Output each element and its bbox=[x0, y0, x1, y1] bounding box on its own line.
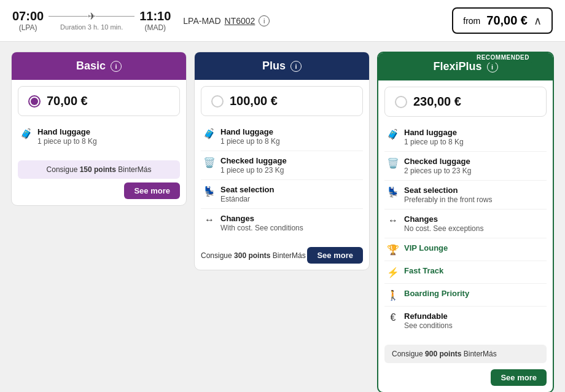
fast-track-icon: ⚡ bbox=[387, 267, 399, 278]
flexi-boarding-priority: 🚶 Boarding Priority bbox=[384, 284, 547, 307]
hand-luggage-icon: 🧳 bbox=[20, 128, 33, 139]
flight-info-icon[interactable]: i bbox=[259, 15, 270, 26]
flexi-seat-icon: 💺 bbox=[387, 186, 399, 198]
basic-points-label: Consigue bbox=[47, 165, 78, 174]
plus-seat-icon: 💺 bbox=[203, 186, 216, 197]
basic-see-more-container: See more bbox=[12, 182, 186, 205]
basic-see-more-button[interactable]: See more bbox=[124, 182, 180, 199]
departure-airport: (LPA) bbox=[12, 23, 44, 32]
flexi-seat-name: Seat selection bbox=[404, 186, 492, 195]
refundable-detail: See conditions bbox=[404, 321, 453, 330]
plus-header: Plus i bbox=[195, 52, 369, 80]
basic-radio[interactable] bbox=[28, 95, 41, 108]
plus-hand-luggage-detail: 1 piece up to 8 Kg bbox=[220, 137, 280, 146]
basic-price: 70,00 € bbox=[47, 94, 88, 108]
arrival-time: 11:10 bbox=[139, 9, 171, 23]
duration-label: Duration 3 h. 10 min. bbox=[60, 23, 123, 31]
flexi-hand-luggage-detail: 1 piece up to 8 Kg bbox=[404, 138, 464, 146]
flight-arrow: ✈ Duration 3 h. 10 min. bbox=[49, 10, 134, 31]
plus-hand-luggage: 🧳 Hand luggage 1 piece up to 8 Kg bbox=[201, 122, 363, 151]
flexi-seat-selection: 💺 Seat selection Preferably in the front… bbox=[384, 181, 547, 210]
plus-price: 100,00 € bbox=[230, 94, 278, 108]
basic-features: 🧳 Hand luggage 1 piece up to 8 Kg bbox=[12, 122, 186, 157]
flexi-see-more-container: See more bbox=[378, 367, 553, 392]
flexi-points-label: Consigue bbox=[392, 350, 423, 358]
plus-info-icon[interactable]: i bbox=[290, 61, 302, 72]
departure-block: 07:00 (LPA) bbox=[12, 9, 44, 32]
boarding-priority-icon: 🚶 bbox=[387, 289, 399, 301]
hand-luggage-name: Hand luggage bbox=[37, 127, 97, 136]
plus-features: 🧳 Hand luggage 1 piece up to 8 Kg 🗑️ Che… bbox=[195, 122, 369, 243]
plus-changes-icon: ↔ bbox=[203, 214, 216, 225]
hand-luggage-text: Hand luggage 1 piece up to 8 Kg bbox=[37, 127, 97, 146]
flexi-hand-luggage-text: Hand luggage 1 piece up to 8 Kg bbox=[404, 128, 464, 146]
flexi-see-more-button[interactable]: See more bbox=[491, 369, 547, 386]
hand-luggage-detail: 1 piece up to 8 Kg bbox=[37, 137, 97, 146]
vip-lounge-text: VIP Lounge bbox=[404, 243, 448, 253]
flexiplus-price: 230,00 € bbox=[413, 95, 461, 109]
arrow-line: ✈ bbox=[49, 10, 134, 22]
basic-points-bar: Consigue 150 points BinterMás bbox=[18, 160, 180, 179]
flexi-fast-track: ⚡ Fast Track bbox=[384, 261, 547, 284]
departure-time: 07:00 bbox=[12, 9, 44, 23]
basic-points-brand: BinterMás bbox=[118, 165, 151, 174]
flexiplus-info-icon[interactable]: i bbox=[487, 61, 498, 73]
plus-radio[interactable] bbox=[211, 95, 224, 108]
price-badge[interactable]: from 70,00 € ∧ bbox=[452, 7, 553, 34]
plus-hand-luggage-name: Hand luggage bbox=[220, 127, 280, 136]
flexiplus-price-area[interactable]: 230,00 € bbox=[384, 87, 547, 117]
route-text: LPA-MAD bbox=[183, 16, 220, 26]
plus-price-area[interactable]: 100,00 € bbox=[201, 86, 363, 116]
plus-seat-name: Seat selection bbox=[220, 185, 274, 194]
from-label: from bbox=[463, 16, 480, 26]
flexi-hand-luggage: 🧳 Hand luggage 1 piece up to 8 Kg bbox=[384, 123, 547, 152]
plus-checked-luggage: 🗑️ Checked luggage 1 piece up to 23 Kg bbox=[201, 151, 363, 180]
flexiplus-features: 🧳 Hand luggage 1 piece up to 8 Kg 🗑️ Che… bbox=[378, 123, 553, 341]
arrival-block: 11:10 (MAD) bbox=[139, 9, 171, 32]
fast-track-text: Fast Track bbox=[404, 266, 443, 275]
flexi-points-text: Consigue 900 points BinterMás bbox=[392, 350, 497, 358]
plus-checked-luggage-detail: 1 piece up to 23 Kg bbox=[220, 166, 284, 174]
top-bar: 07:00 (LPA) ✈ Duration 3 h. 10 min. 11:1… bbox=[0, 0, 565, 42]
basic-price-area[interactable]: 70,00 € bbox=[18, 86, 180, 116]
basic-header: Basic i bbox=[12, 52, 186, 80]
flexi-refundable: € Refundable See conditions bbox=[384, 307, 547, 335]
cards-area: Basic i 70,00 € 🧳 Hand luggage 1 piece u… bbox=[0, 42, 565, 392]
plus-points-label: Consigue bbox=[201, 251, 232, 260]
flexi-changes-icon: ↔ bbox=[387, 215, 399, 226]
plus-seat-detail: Estándar bbox=[220, 195, 250, 203]
plus-seat-selection: 💺 Seat selection Estándar bbox=[201, 180, 363, 209]
flexi-checked-luggage-icon: 🗑️ bbox=[387, 157, 399, 169]
flexi-points-row: Consigue 900 points BinterMás bbox=[384, 345, 547, 363]
plus-points-text: Consigue 300 points BinterMás bbox=[201, 251, 306, 260]
basic-info-icon[interactable]: i bbox=[111, 61, 122, 72]
flight-number[interactable]: NT6002 bbox=[225, 16, 255, 26]
flexi-points-value: 900 points bbox=[425, 350, 461, 358]
flexi-seat-text: Seat selection Preferably in the front r… bbox=[404, 186, 492, 204]
plus-see-more-button[interactable]: See more bbox=[307, 247, 363, 264]
flexi-points-brand: BinterMás bbox=[464, 350, 497, 358]
boarding-priority-text: Boarding Priority bbox=[404, 289, 469, 298]
plus-hand-luggage-text: Hand luggage 1 piece up to 8 Kg bbox=[220, 127, 280, 146]
basic-feature-hand-luggage: 🧳 Hand luggage 1 piece up to 8 Kg bbox=[18, 122, 180, 151]
refundable-icon: € bbox=[387, 312, 399, 323]
plane-icon: ✈ bbox=[88, 10, 96, 22]
basic-card: Basic i 70,00 € 🧳 Hand luggage 1 piece u… bbox=[11, 52, 187, 206]
recommended-badge: RECOMMENDED bbox=[472, 52, 534, 63]
plus-changes-detail: With cost. See conditions bbox=[220, 224, 303, 232]
chevron-up-icon: ∧ bbox=[534, 14, 542, 28]
refundable-name: Refundable bbox=[404, 312, 453, 321]
flexiplus-radio[interactable] bbox=[395, 96, 407, 108]
flexi-changes-text: Changes No cost. See exceptions bbox=[404, 214, 483, 233]
plus-changes: ↔ Changes With cost. See conditions bbox=[201, 209, 363, 237]
flexi-checked-luggage-text: Checked luggage 2 pieces up to 23 Kg bbox=[404, 157, 471, 175]
flexi-changes-name: Changes bbox=[404, 214, 483, 224]
flexi-checked-luggage-detail: 2 pieces up to 23 Kg bbox=[404, 167, 471, 175]
flexi-hand-luggage-name: Hand luggage bbox=[404, 128, 464, 137]
plus-bottom: Consigue 300 points BinterMás See more bbox=[201, 247, 363, 264]
vip-lounge-icon: 🏆 bbox=[387, 244, 399, 256]
basic-points-value: 150 points bbox=[80, 165, 116, 174]
plus-hand-luggage-icon: 🧳 bbox=[203, 128, 216, 139]
flexi-checked-luggage: 🗑️ Checked luggage 2 pieces up to 23 Kg bbox=[384, 152, 547, 181]
plus-points-brand: BinterMás bbox=[273, 251, 306, 260]
